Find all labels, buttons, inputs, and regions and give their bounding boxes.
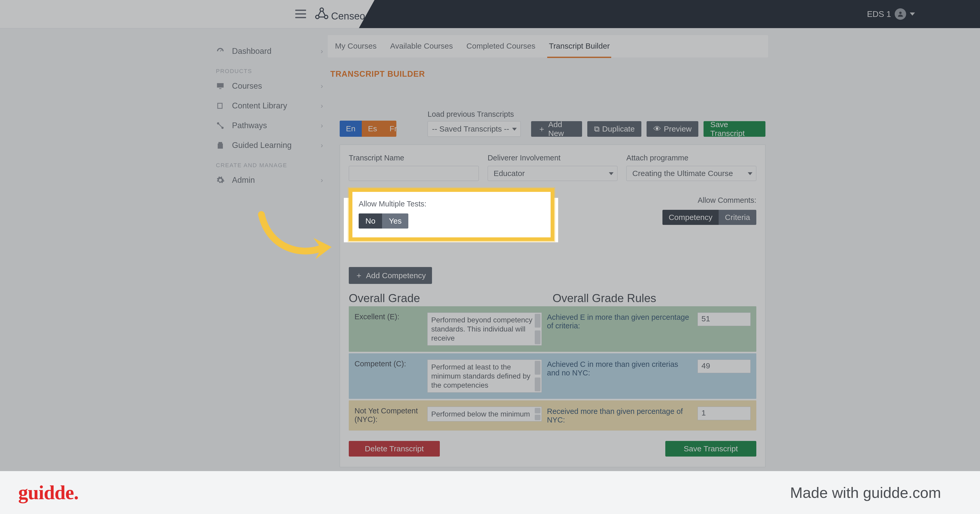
svg-point-3 bbox=[899, 12, 902, 14]
save-transcript-button-bottom[interactable]: Save Transcript bbox=[665, 441, 756, 457]
textarea-resize-icon bbox=[535, 361, 541, 391]
app-header: Censeo EDS 1 bbox=[0, 0, 980, 29]
chevron-right-icon: › bbox=[321, 121, 323, 130]
overall-grade-heading: Overall Grade bbox=[349, 292, 553, 305]
field-deliverer: Deliverer Involvement Educator bbox=[488, 154, 618, 181]
grade-c-desc-text: Performed at least to the minimum standa… bbox=[431, 363, 530, 389]
sidebar-item-content-library[interactable]: Content Library › bbox=[215, 96, 327, 116]
add-new-label: Add New bbox=[548, 120, 575, 138]
allow-comments-toggle: Competency Criteria bbox=[662, 210, 756, 225]
preview-label: Preview bbox=[664, 125, 692, 133]
saved-transcripts-select[interactable]: -- Saved Transcripts -- bbox=[428, 121, 521, 137]
add-new-button[interactable]: ＋ Add New bbox=[531, 121, 582, 137]
add-competency-button[interactable]: ＋ Add Competency bbox=[349, 267, 432, 284]
app-name: Censeo bbox=[331, 11, 365, 22]
app-logo[interactable]: Censeo bbox=[314, 6, 365, 22]
made-with-text: Made with guidde.com bbox=[790, 484, 941, 501]
sidebar: Dashboard › PRODUCTS Courses › Content L… bbox=[215, 29, 327, 514]
guidde-logo: guidde. bbox=[18, 481, 78, 504]
allow-multiple-label: Allow Multiple Tests: bbox=[359, 200, 544, 208]
transcript-name-input[interactable] bbox=[349, 166, 479, 181]
grade-row-competent: Competent (C): Performed at least to the… bbox=[349, 353, 756, 399]
language-toggle: En Es Fr bbox=[340, 121, 396, 137]
grade-n-label: Not Yet Competent (NYC): bbox=[355, 407, 422, 424]
grade-c-rule: Achieved C in more than given criterias … bbox=[547, 360, 692, 377]
sidebar-item-label: Content Library bbox=[232, 101, 287, 111]
deliverer-label: Deliverer Involvement bbox=[488, 154, 618, 162]
user-label: EDS 1 bbox=[867, 10, 891, 19]
grade-e-desc-input[interactable]: Performed beyond competency standards. T… bbox=[427, 313, 542, 346]
sidebar-item-label: Dashboard bbox=[232, 46, 272, 56]
monitor-icon bbox=[216, 82, 225, 90]
programme-label: Attach programme bbox=[626, 154, 756, 162]
user-menu[interactable]: EDS 1 bbox=[867, 8, 915, 20]
options-row: Allow Multiple Tests: No Yes Allow Comme… bbox=[349, 188, 756, 241]
guidde-footer: guidde. Made with guidde.com bbox=[0, 471, 980, 514]
tab-transcript-builder[interactable]: Transcript Builder bbox=[547, 35, 611, 58]
delete-label: Delete Transcript bbox=[365, 444, 424, 453]
allow-multiple-yes-button[interactable]: Yes bbox=[382, 213, 408, 228]
transcript-card: Transcript Name Deliverer Involvement Ed… bbox=[340, 144, 765, 467]
plus-icon: ＋ bbox=[538, 124, 546, 135]
grade-n-rule: Received more than given percentage of N… bbox=[547, 407, 692, 424]
fields-row: Transcript Name Deliverer Involvement Ed… bbox=[349, 154, 756, 181]
svg-point-1 bbox=[316, 15, 319, 19]
chevron-down-icon bbox=[910, 13, 915, 16]
clipboard-icon bbox=[216, 141, 225, 150]
comments-competency-button[interactable]: Competency bbox=[662, 210, 719, 225]
menu-icon[interactable] bbox=[295, 10, 306, 19]
sidebar-item-label: Courses bbox=[232, 81, 262, 91]
grade-e-desc-text: Performed beyond competency standards. T… bbox=[431, 316, 532, 342]
load-previous-group: Load previous Transcripts -- Saved Trans… bbox=[428, 110, 521, 137]
preview-button[interactable]: 👁 Preview bbox=[647, 121, 698, 137]
book-icon bbox=[216, 102, 225, 110]
page-title: TRANSCRIPT BUILDER bbox=[328, 57, 768, 79]
tab-available-courses[interactable]: Available Courses bbox=[388, 35, 454, 58]
lang-fr-button[interactable]: Fr bbox=[383, 121, 396, 137]
gauge-icon bbox=[216, 47, 225, 56]
allow-multiple-toggle: No Yes bbox=[359, 213, 408, 228]
gear-icon bbox=[216, 176, 225, 185]
grade-n-value-input[interactable]: 1 bbox=[698, 407, 751, 420]
add-competency-label: Add Competency bbox=[366, 271, 426, 280]
comments-criteria-button[interactable]: Criteria bbox=[719, 210, 756, 225]
header-right: EDS 1 bbox=[359, 0, 980, 28]
sidebar-item-pathways[interactable]: Pathways › bbox=[215, 116, 327, 135]
header-left: Censeo bbox=[0, 0, 374, 28]
delete-transcript-button[interactable]: Delete Transcript bbox=[349, 441, 440, 457]
sidebar-item-courses[interactable]: Courses › bbox=[215, 76, 327, 96]
deliverer-select[interactable]: Educator bbox=[488, 166, 618, 181]
transcript-name-label: Transcript Name bbox=[349, 154, 479, 162]
grade-c-desc-input[interactable]: Performed at least to the minimum standa… bbox=[427, 360, 542, 393]
grade-headings: Overall Grade Overall Grade Rules bbox=[349, 292, 756, 305]
lang-es-button[interactable]: Es bbox=[362, 121, 383, 137]
chevron-right-icon: › bbox=[321, 47, 323, 56]
grade-c-label: Competent (C): bbox=[355, 360, 422, 368]
textarea-resize-icon bbox=[535, 314, 541, 344]
grade-e-label: Excellent (E): bbox=[355, 313, 422, 321]
grade-n-desc-input[interactable]: Performed below the minimum bbox=[427, 407, 542, 422]
duplicate-button[interactable]: ⧉ Duplicate bbox=[587, 121, 641, 137]
tab-my-courses[interactable]: My Courses bbox=[333, 35, 378, 58]
save-label: Save Transcript bbox=[710, 120, 759, 138]
grade-c-value-input[interactable]: 49 bbox=[698, 360, 751, 373]
textarea-resize-icon bbox=[535, 408, 541, 420]
grade-e-value-input[interactable]: 51 bbox=[698, 313, 751, 326]
tab-completed-courses[interactable]: Completed Courses bbox=[465, 35, 537, 58]
save-transcript-button[interactable]: Save Transcript bbox=[703, 121, 765, 137]
chevron-right-icon: › bbox=[321, 82, 323, 90]
sidebar-item-guided-learning[interactable]: Guided Learning › bbox=[215, 135, 327, 155]
field-transcript-name: Transcript Name bbox=[349, 154, 479, 181]
allow-comments-label: Allow Comments: bbox=[662, 196, 756, 205]
duplicate-label: Duplicate bbox=[602, 125, 635, 133]
load-previous-label: Load previous Transcripts bbox=[428, 110, 521, 119]
sidebar-item-dashboard[interactable]: Dashboard › bbox=[215, 41, 327, 61]
sidebar-item-admin[interactable]: Admin › bbox=[215, 170, 327, 190]
allow-multiple-no-button[interactable]: No bbox=[359, 213, 382, 228]
chevron-right-icon: › bbox=[321, 102, 323, 110]
sidebar-section-create-manage: CREATE AND MANAGE bbox=[215, 155, 327, 170]
lang-en-button[interactable]: En bbox=[340, 121, 362, 137]
card-footer: Delete Transcript Save Transcript bbox=[349, 441, 756, 457]
deliverer-value: Educator bbox=[494, 169, 525, 178]
programme-select[interactable]: Creating the Ultimate Course bbox=[626, 166, 756, 181]
